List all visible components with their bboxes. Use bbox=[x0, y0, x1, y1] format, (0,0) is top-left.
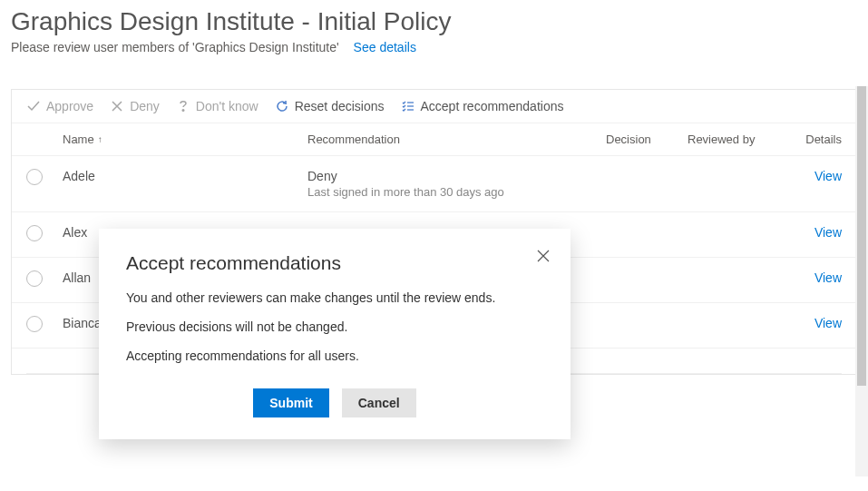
column-recommendation[interactable]: Recommendation bbox=[307, 133, 606, 146]
view-link[interactable]: View bbox=[814, 225, 842, 240]
modal-line3: Accepting recommendations for all users. bbox=[126, 349, 543, 363]
check-icon bbox=[26, 99, 41, 113]
row-select-radio[interactable] bbox=[26, 270, 43, 287]
modal-footer: Submit Cancel bbox=[126, 388, 543, 417]
accept-recommendations-label: Accept recommendations bbox=[421, 99, 564, 113]
close-icon[interactable] bbox=[536, 249, 551, 263]
dont-know-label: Don't know bbox=[196, 99, 258, 113]
column-decision[interactable]: Decision bbox=[606, 133, 688, 146]
cancel-button[interactable]: Cancel bbox=[342, 388, 416, 417]
table-header: Name ↑ Recommendation Decision Reviewed … bbox=[12, 123, 856, 156]
column-details: Details bbox=[787, 133, 842, 146]
modal-title: Accept recommendations bbox=[126, 252, 543, 274]
toolbar: Approve Deny Don't know Reset decisions … bbox=[12, 90, 856, 123]
row-select-radio[interactable] bbox=[26, 225, 43, 241]
column-name-label: Name bbox=[63, 133, 94, 146]
approve-label: Approve bbox=[46, 99, 93, 113]
deny-label: Deny bbox=[130, 99, 160, 113]
sort-ascending-icon: ↑ bbox=[98, 134, 102, 144]
scrollbar-thumb[interactable] bbox=[857, 86, 866, 386]
svg-point-0 bbox=[182, 110, 184, 112]
modal-body: You and other reviewers can make changes… bbox=[126, 290, 543, 363]
see-details-link[interactable]: See details bbox=[354, 40, 416, 54]
deny-button[interactable]: Deny bbox=[110, 99, 160, 113]
view-link[interactable]: View bbox=[814, 270, 842, 285]
row-recommendation-value: Deny bbox=[307, 169, 606, 183]
approve-button[interactable]: Approve bbox=[26, 99, 93, 113]
accept-recommendations-modal: Accept recommendations You and other rev… bbox=[99, 229, 571, 439]
submit-button[interactable]: Submit bbox=[253, 388, 328, 417]
view-link[interactable]: View bbox=[814, 169, 842, 183]
page-title: Graphics Design Institute - Initial Poli… bbox=[0, 0, 868, 36]
reset-decisions-label: Reset decisions bbox=[295, 99, 385, 113]
row-recommendation: DenyLast signed in more than 30 days ago bbox=[307, 169, 606, 199]
question-icon bbox=[176, 99, 190, 113]
row-recommendation-sub: Last signed in more than 30 days ago bbox=[307, 185, 606, 199]
modal-line1: You and other reviewers can make changes… bbox=[126, 290, 543, 305]
view-link[interactable]: View bbox=[814, 316, 842, 330]
scrollbar[interactable] bbox=[855, 86, 868, 476]
refresh-icon bbox=[275, 99, 289, 113]
row-name: Adele bbox=[63, 169, 307, 183]
row-select-radio[interactable] bbox=[26, 316, 43, 332]
x-icon bbox=[110, 99, 124, 113]
reset-decisions-button[interactable]: Reset decisions bbox=[275, 99, 385, 113]
accept-recommendations-button[interactable]: Accept recommendations bbox=[401, 99, 564, 113]
column-reviewed-by[interactable]: Reviewed by bbox=[688, 133, 787, 146]
modal-line2: Previous decisions will not be changed. bbox=[126, 319, 543, 334]
table-row: AdeleDenyLast signed in more than 30 day… bbox=[12, 156, 856, 212]
column-name[interactable]: Name ↑ bbox=[63, 133, 307, 146]
dont-know-button[interactable]: Don't know bbox=[176, 99, 258, 113]
page-subtitle: Please review user members of 'Graphics … bbox=[11, 40, 339, 54]
checklist-icon bbox=[401, 99, 415, 113]
row-select-radio[interactable] bbox=[26, 169, 43, 185]
page-subtitle-row: Please review user members of 'Graphics … bbox=[0, 36, 868, 71]
